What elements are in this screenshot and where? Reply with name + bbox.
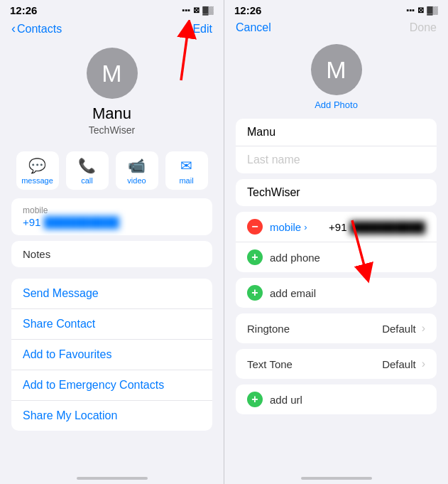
action-buttons-row: 💬 message 📞 call 📹 video ✉ mail [0, 144, 224, 198]
share-contact-item[interactable]: Share Contact [11, 309, 212, 340]
add-url-button[interactable]: + [247, 392, 263, 407]
add-emergency-item[interactable]: Add to Emergency Contacts [11, 370, 212, 401]
wifi-icon-right: ⊠ [417, 6, 424, 15]
status-bar-right: 12:26 ▪▪▪ ⊠ ▓▒ [224, 0, 448, 18]
status-icons-left: ▪▪▪ ⊠ ▓▒ [182, 6, 214, 15]
mobile-row: mobile +91 ██████████ [11, 198, 212, 235]
nav-bar-left: ‹ Contacts Edit [0, 18, 224, 41]
signal-icon-right: ▪▪▪ [406, 6, 415, 14]
company-form-section: TechWiser [236, 179, 437, 206]
add-url-label: add url [270, 394, 302, 406]
send-message-item[interactable]: Send Message [11, 279, 212, 309]
ringtone-row[interactable]: Ringtone Default › [236, 313, 437, 343]
text-tone-chevron-icon: › [422, 357, 425, 370]
back-button[interactable]: ‹ Contacts [11, 21, 62, 36]
mobile-label: mobile [23, 205, 201, 215]
cancel-button[interactable]: Cancel [236, 21, 271, 34]
add-phone-button[interactable]: + [247, 249, 263, 265]
message-label: message [21, 176, 53, 185]
signal-icon: ▪▪▪ [182, 6, 190, 14]
contact-subtitle: TechWiser [89, 124, 135, 136]
home-indicator-left [77, 477, 148, 480]
notes-card: Notes [11, 241, 212, 267]
add-phone-label: add phone [270, 252, 320, 264]
mail-button[interactable]: ✉ mail [165, 151, 208, 190]
edit-button[interactable]: Edit [192, 23, 212, 36]
time-right: 12:26 [234, 4, 261, 16]
time-left: 12:26 [10, 4, 37, 16]
actions-list: Send Message Share Contact Add to Favour… [11, 279, 212, 431]
avatar: M [87, 48, 138, 99]
mobile-info-card: mobile +91 ██████████ [11, 198, 212, 235]
message-button[interactable]: 💬 message [16, 151, 59, 190]
remove-phone-button[interactable]: − [247, 219, 263, 235]
url-section: + add url [236, 384, 437, 414]
company-field[interactable]: TechWiser [236, 179, 437, 206]
phone-label-group: mobile › [270, 221, 322, 233]
call-button[interactable]: 📞 call [66, 151, 109, 190]
call-icon: 📞 [78, 157, 96, 174]
video-button[interactable]: 📹 video [116, 151, 158, 190]
add-phone-row[interactable]: + add phone [236, 242, 437, 272]
mail-icon: ✉ [180, 157, 192, 174]
nav-bar-right: Cancel Done [224, 18, 448, 38]
share-location-item[interactable]: Share My Location [11, 401, 212, 431]
video-icon: 📹 [128, 157, 146, 174]
left-panel: 12:26 ▪▪▪ ⊠ ▓▒ ‹ Contacts Edit M Manu Te… [0, 0, 224, 484]
contact-name: Manu [92, 104, 131, 123]
text-tone-label: Text Tone [247, 358, 382, 370]
first-name-field[interactable]: Manu [236, 119, 437, 146]
home-indicator-right [301, 477, 372, 480]
ringtone-label: Ringtone [247, 323, 382, 335]
text-tone-value: Default [382, 358, 416, 370]
phone-number: ██████████ [44, 216, 119, 228]
phone-type-label: mobile [270, 221, 301, 233]
phone-number-field[interactable]: +91 ██████████ [329, 221, 425, 233]
text-tone-section: Text Tone Default › [236, 349, 437, 379]
chevron-back-icon: ‹ [11, 21, 16, 36]
text-tone-row[interactable]: Text Tone Default › [236, 349, 437, 379]
notes-label: Notes [23, 248, 50, 260]
right-panel: 12:26 ▪▪▪ ⊠ ▓▒ Cancel Done M Add Photo M… [224, 0, 448, 484]
battery-icon: ▓▒ [202, 6, 214, 14]
battery-icon-right: ▓▒ [427, 6, 438, 14]
status-icons-right: ▪▪▪ ⊠ ▓▒ [406, 6, 438, 15]
add-email-row[interactable]: + add email [236, 278, 437, 308]
add-email-label: add email [270, 287, 316, 299]
add-url-row[interactable]: + add url [236, 384, 437, 414]
phone-section: − mobile › +91 ██████████ + add phone [236, 212, 437, 272]
mail-label: mail [179, 176, 193, 185]
ringtone-value: Default [382, 323, 416, 335]
chevron-phone-icon: › [304, 222, 307, 232]
message-icon: 💬 [28, 157, 46, 174]
add-photo-button[interactable]: Add Photo [315, 100, 358, 110]
ringtone-section: Ringtone Default › [236, 313, 437, 343]
name-form-section: Manu Last name [236, 119, 437, 173]
mobile-value: +91 ██████████ [23, 216, 201, 228]
done-button[interactable]: Done [410, 21, 437, 34]
email-section: + add email [236, 278, 437, 308]
wifi-icon: ⊠ [193, 6, 200, 15]
phone-row: − mobile › +91 ██████████ [236, 212, 437, 242]
add-email-button[interactable]: + [247, 285, 263, 301]
status-bar-left: 12:26 ▪▪▪ ⊠ ▓▒ [0, 0, 224, 18]
video-label: video [127, 176, 146, 185]
ringtone-chevron-icon: › [422, 322, 425, 335]
contact-header: M Manu TechWiser [0, 41, 224, 144]
back-label: Contacts [17, 23, 62, 36]
edit-avatar: M [311, 44, 362, 95]
add-favourites-item[interactable]: Add to Favourites [11, 340, 212, 370]
edit-header: M Add Photo [224, 38, 448, 119]
call-label: call [81, 176, 93, 185]
last-name-field[interactable]: Last name [236, 146, 437, 173]
